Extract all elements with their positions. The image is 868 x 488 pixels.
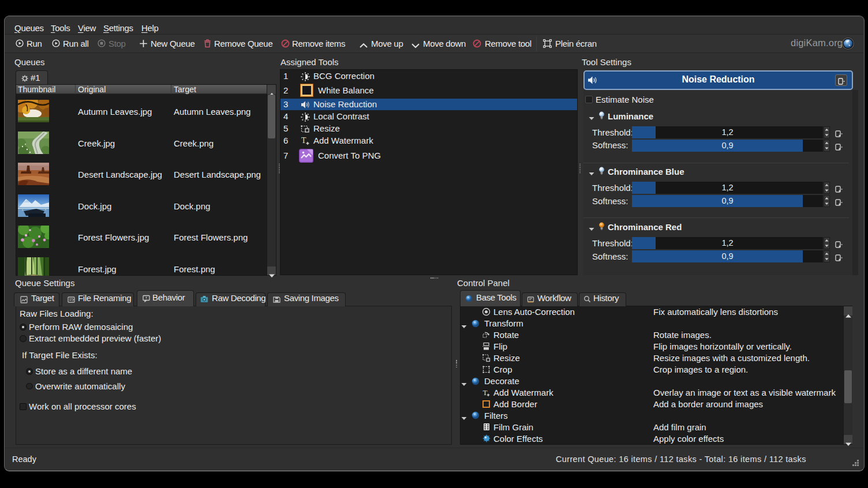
svg-text:T: T [301, 136, 306, 145]
svg-text:T: T [483, 388, 488, 397]
